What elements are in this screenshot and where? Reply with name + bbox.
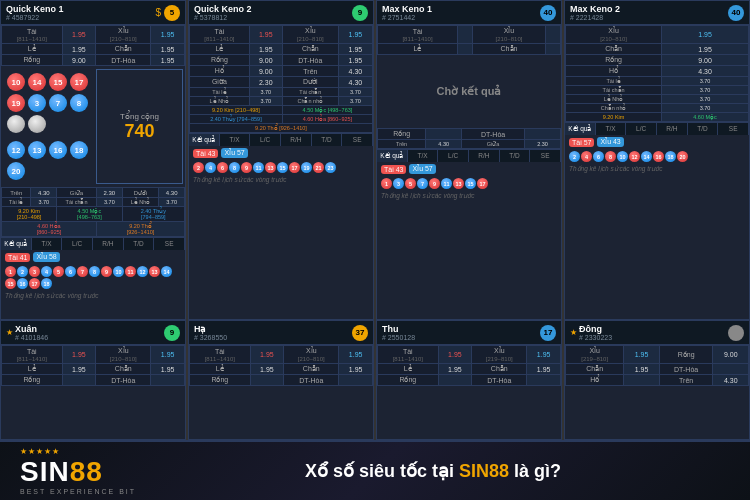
- result-tai-xiu-row-qk1: Tài 41 Xỉu 58: [1, 250, 185, 264]
- ball-18: 18: [70, 141, 88, 159]
- panel-badge-ha: 37: [352, 325, 368, 341]
- logo-star-4: ★: [44, 447, 51, 456]
- panel-header-xuan: ★ Xuân # 4101846 9: [1, 321, 185, 345]
- logo-star-1: ★: [20, 447, 27, 456]
- tab-se-qk2[interactable]: SE: [342, 134, 373, 146]
- panel-quick-keno-1[interactable]: Quick Keno 1 # 4587922 $ 5 Tài[811~1410]…: [0, 0, 186, 320]
- xiu-label: Xỉu[210~810]: [96, 26, 151, 44]
- panel-id-qk2: # 5378812: [194, 14, 252, 21]
- logo-subtitle: BEST EXPERIENCE BIT: [20, 488, 136, 495]
- ball-8: 8: [70, 94, 88, 112]
- tabs-row-mk1: Kết quả T/X L/C R/H T/D SE: [377, 149, 561, 162]
- tab-lc-mk1[interactable]: L/C: [438, 150, 469, 162]
- ball-7: 7: [49, 94, 67, 112]
- result-xiu-badge-qk1: Xỉu 58: [33, 252, 59, 262]
- tab-ketqua-qk2[interactable]: Kết quả: [189, 134, 220, 146]
- tab-td-mk1[interactable]: T/D: [500, 150, 531, 162]
- result-tai-badge-qk2: Tài 43: [193, 149, 218, 158]
- panel-badge-mk2: 40: [728, 5, 744, 21]
- panel-header-mk2: Max Keno 2 # 2221428 40: [565, 1, 749, 25]
- tab-rh-mk1[interactable]: R/H: [469, 150, 500, 162]
- result-xiu-badge-mk2: Xỉu 43: [597, 137, 623, 147]
- panel-max-keno-1[interactable]: Max Keno 1 # 2751442 40 Tài[811~1410] Xỉ…: [376, 0, 562, 320]
- ball-14: 14: [28, 73, 46, 91]
- bottom-banner: ★ ★ ★ ★ ★ SIN88 BEST EXPERIENCE BIT Xổ s…: [0, 440, 750, 500]
- footer-text-qk1: Thống kê lịch sử các vòng trước: [1, 291, 185, 301]
- panel-dong[interactable]: ★ Đông # 2330223 Xỉu[219~810] 1.95 Rồng …: [564, 320, 750, 440]
- bet-table-dong: Xỉu[219~810] 1.95 Rồng 9.00 Chẵn 1.95 DT…: [565, 345, 749, 386]
- tab-tx-mk1[interactable]: T/X: [408, 150, 439, 162]
- panel-id-dong: # 2330223: [579, 334, 612, 341]
- panel-header-ha: Hạ # 3268550 37: [189, 321, 373, 345]
- panel-xuan[interactable]: ★ Xuân # 4101846 9 Tài[811~1410] 1.95 Xỉ…: [0, 320, 186, 440]
- panel-title-dong: Đông: [579, 324, 612, 334]
- panel-id-thu: # 2550128: [382, 334, 415, 341]
- tab-ketqua-mk2[interactable]: Kết quả: [565, 123, 596, 135]
- tab-td-mk2[interactable]: T/D: [688, 123, 719, 135]
- tab-lc-qk1[interactable]: L/C: [62, 238, 93, 250]
- panel-badge-xuan: 9: [164, 325, 180, 341]
- tab-tx-mk2[interactable]: T/X: [596, 123, 627, 135]
- xiu-value: 1.95: [151, 26, 185, 44]
- ball-15: 15: [49, 73, 67, 91]
- panel-quick-keno-2[interactable]: Quick Keno 2 # 5378812 9 Tài[811~1410] 1…: [188, 0, 374, 320]
- panel-id-mk2: # 2221428: [570, 14, 620, 21]
- tab-rh-qk1[interactable]: R/H: [93, 238, 124, 250]
- panel-id-qk1: # 4587922: [6, 14, 64, 21]
- logo-area: ★ ★ ★ ★ ★ SIN88 BEST EXPERIENCE BIT: [20, 447, 136, 495]
- ball-empty2: [28, 115, 46, 133]
- tai-value: 1.95: [62, 26, 96, 44]
- bet-table-ha: Tài[811~1410] 1.95 Xỉu[210~810] 1.95 Lẻ …: [189, 345, 373, 386]
- tab-tx-qk2[interactable]: T/X: [220, 134, 251, 146]
- tabs-row-qk2: Kết quả T/X L/C R/H T/D SE: [189, 133, 373, 146]
- dthoa-label: DT-Hòa: [96, 55, 151, 66]
- result-xiu-badge-mk1: Xỉu 57: [409, 164, 435, 174]
- panel-header-qk2: Quick Keno 2 # 5378812 9: [189, 1, 373, 25]
- ball-10: 10: [7, 73, 25, 91]
- le-label: Lẻ: [2, 44, 63, 55]
- star-icon-xuan: ★: [6, 328, 13, 337]
- panel-title-mk1: Max Keno 1: [382, 4, 432, 14]
- logo-stars: ★ ★ ★ ★ ★: [20, 447, 59, 456]
- logo-star-3: ★: [36, 447, 43, 456]
- tabs-row-qk1: Kết quả T/X L/C R/H T/D SE: [1, 237, 185, 250]
- tab-se-qk1[interactable]: SE: [154, 238, 185, 250]
- bet-table-qk2: Tài[811~1410] 1.95 Xỉu[210~810] 1.95 Lẻ …: [189, 25, 373, 133]
- tab-se-mk2[interactable]: SE: [718, 123, 749, 135]
- logo-star-2: ★: [28, 447, 35, 456]
- tab-ketqua-qk1[interactable]: Kết quả: [1, 238, 32, 250]
- dthoa-value: 1.95: [151, 55, 185, 66]
- tab-td-qk2[interactable]: T/D: [312, 134, 343, 146]
- result-row-mk2: Tài 57 Xỉu 43: [565, 135, 749, 149]
- result-tai-badge-mk2: Tài 57: [569, 138, 594, 147]
- bet-table-thu: Tài[811~1410] 1.95 Xỉu[219~810] 1.95 Lẻ …: [377, 345, 561, 386]
- result-row-mk1: Tài 43 Xỉu 57: [377, 162, 561, 176]
- tab-rh-mk2[interactable]: R/H: [657, 123, 688, 135]
- panel-ha[interactable]: Hạ # 3268550 37 Tài[811~1410] 1.95 Xỉu[2…: [188, 320, 374, 440]
- bet-table-xuan: Tài[811~1410] 1.95 Xỉu[210~810] 1.95 Lẻ …: [1, 345, 185, 386]
- result-row-qk2: Tài 43 Xỉu 57: [189, 146, 373, 160]
- panel-max-keno-2[interactable]: Max Keno 2 # 2221428 40 Xỉu[210~810] 1.9…: [564, 0, 750, 320]
- logo-sin: SIN: [20, 456, 70, 487]
- tab-se-mk1[interactable]: SE: [530, 150, 561, 162]
- panel-id-xuan: # 4101846: [15, 334, 48, 341]
- panel-thu[interactable]: Thu # 2550128 17 Tài[811~1410] 1.95 Xỉu[…: [376, 320, 562, 440]
- panel-header-mk1: Max Keno 1 # 2751442 40: [377, 1, 561, 25]
- logo-star-5: ★: [52, 447, 59, 456]
- result-tai-badge-mk1: Tài 43: [381, 165, 406, 174]
- rong-value: 9.00: [62, 55, 96, 66]
- waiting-message-mk1: Chờ kết quả: [377, 55, 561, 128]
- bet-table-mk1-bottom: Rồng DT-Hòa Trên 4.30 Giữa 2.30: [377, 128, 561, 149]
- tab-tx-qk1[interactable]: T/X: [32, 238, 63, 250]
- tab-ketqua-mk1[interactable]: Kết quả: [377, 150, 408, 162]
- panel-title-ha: Hạ: [194, 324, 227, 334]
- tab-rh-qk2[interactable]: R/H: [281, 134, 312, 146]
- chan-label: Chẵn: [96, 44, 151, 55]
- tab-lc-mk2[interactable]: L/C: [626, 123, 657, 135]
- ball-20: 20: [7, 162, 25, 180]
- tab-td-qk1[interactable]: T/D: [124, 238, 155, 250]
- panel-badge-qk2: 9: [352, 5, 368, 21]
- tabs-row-mk2: Kết quả T/X L/C R/H T/D SE: [565, 122, 749, 135]
- footer-text-qk2: Thống kê lịch sử các vòng trước: [189, 175, 373, 185]
- tab-lc-qk2[interactable]: L/C: [250, 134, 281, 146]
